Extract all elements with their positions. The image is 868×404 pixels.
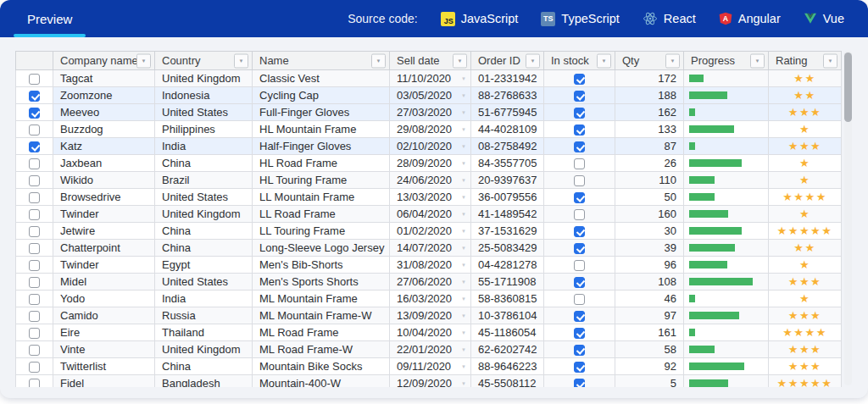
- cell-in-stock[interactable]: [544, 375, 615, 388]
- link-typescript[interactable]: TS TypeScript: [541, 12, 620, 26]
- cell-qty[interactable]: 161: [615, 324, 684, 341]
- cell-progress[interactable]: [684, 324, 769, 341]
- filter-icon[interactable]: ▼: [597, 53, 611, 68]
- cell-qty[interactable]: 26: [615, 155, 684, 172]
- column-header-qty[interactable]: Qty▼: [615, 52, 684, 70]
- cell-progress[interactable]: [684, 341, 769, 358]
- row-select-checkbox[interactable]: [29, 209, 40, 220]
- cell-company[interactable]: Chatterpoint: [53, 240, 155, 257]
- cell-progress[interactable]: [684, 274, 769, 291]
- date-dropdown-icon[interactable]: ▼: [461, 93, 466, 98]
- cell-country[interactable]: United Kingdom: [155, 341, 253, 358]
- filter-icon[interactable]: ▼: [234, 53, 248, 68]
- cell-rating[interactable]: ★★: [769, 240, 842, 257]
- cell-name[interactable]: ML Mountain Frame: [253, 291, 390, 307]
- cell-progress[interactable]: [684, 375, 769, 388]
- cell-sell-date[interactable]: 12/09/2020▼: [390, 375, 471, 388]
- column-header-country[interactable]: Country▼: [155, 52, 253, 70]
- filter-icon[interactable]: ▼: [136, 53, 151, 68]
- cell-order-id[interactable]: 08-2758492: [471, 138, 544, 155]
- cell-company[interactable]: Midel: [53, 274, 155, 291]
- cell-qty[interactable]: 97: [615, 307, 684, 324]
- date-dropdown-icon[interactable]: ▼: [461, 381, 466, 386]
- date-dropdown-icon[interactable]: ▼: [461, 76, 466, 81]
- date-dropdown-icon[interactable]: ▼: [461, 178, 466, 183]
- cell-name[interactable]: Mountain-400-W: [253, 375, 390, 388]
- in-stock-checkbox[interactable]: [574, 243, 585, 254]
- cell-sell-date[interactable]: 16/03/2020▼: [390, 291, 471, 307]
- cell-qty[interactable]: 133: [615, 121, 684, 138]
- cell-in-stock[interactable]: [544, 121, 615, 138]
- column-header-company[interactable]: Company name▼: [53, 52, 155, 70]
- cell-rating[interactable]: ★: [769, 121, 842, 138]
- date-dropdown-icon[interactable]: ▼: [461, 161, 466, 166]
- cell-in-stock[interactable]: [544, 172, 615, 189]
- row-select-cell[interactable]: [16, 223, 53, 240]
- cell-name[interactable]: ML Road Frame: [253, 324, 390, 341]
- filter-icon[interactable]: ▼: [371, 53, 386, 68]
- cell-qty[interactable]: 39: [615, 240, 684, 257]
- in-stock-checkbox[interactable]: [574, 260, 585, 271]
- cell-in-stock[interactable]: [544, 206, 615, 223]
- date-dropdown-icon[interactable]: ▼: [461, 212, 466, 217]
- row-select-cell[interactable]: [16, 206, 53, 223]
- date-dropdown-icon[interactable]: ▼: [461, 347, 466, 352]
- in-stock-checkbox[interactable]: [574, 74, 585, 85]
- cell-sell-date[interactable]: 13/09/2020▼: [390, 307, 471, 324]
- row-select-cell[interactable]: [16, 70, 53, 87]
- in-stock-checkbox[interactable]: [574, 192, 585, 203]
- row-select-cell[interactable]: [16, 375, 53, 388]
- date-dropdown-icon[interactable]: ▼: [461, 127, 466, 132]
- cell-order-id[interactable]: 84-3557705: [471, 155, 544, 172]
- row-select-checkbox[interactable]: [29, 243, 40, 254]
- cell-sell-date[interactable]: 22/01/2020▼: [390, 341, 471, 358]
- cell-qty[interactable]: 172: [615, 70, 684, 87]
- cell-sell-date[interactable]: 06/04/2020▼: [390, 206, 471, 223]
- cell-company[interactable]: Vinte: [53, 341, 155, 358]
- cell-in-stock[interactable]: [544, 341, 615, 358]
- cell-rating[interactable]: ★★★: [769, 307, 842, 324]
- cell-order-id[interactable]: 37-1531629: [471, 223, 544, 240]
- cell-order-id[interactable]: 51-6775945: [471, 104, 544, 121]
- cell-country[interactable]: United States: [155, 189, 253, 206]
- date-dropdown-icon[interactable]: ▼: [461, 246, 466, 251]
- filter-icon[interactable]: ▼: [453, 53, 467, 68]
- row-select-checkbox[interactable]: [29, 74, 40, 85]
- cell-order-id[interactable]: 58-8360815: [471, 291, 544, 307]
- cell-order-id[interactable]: 55-1711908: [471, 274, 544, 291]
- cell-country[interactable]: China: [155, 358, 253, 375]
- cell-company[interactable]: Eire: [53, 324, 155, 341]
- cell-name[interactable]: HL Mountain Frame: [253, 121, 390, 138]
- cell-in-stock[interactable]: [544, 324, 615, 341]
- cell-qty[interactable]: 160: [615, 206, 684, 223]
- tab-preview[interactable]: Preview: [14, 0, 86, 37]
- cell-qty[interactable]: 58: [615, 341, 684, 358]
- row-select-checkbox[interactable]: [29, 91, 40, 102]
- cell-in-stock[interactable]: [544, 223, 615, 240]
- row-select-cell[interactable]: [16, 257, 53, 274]
- cell-qty[interactable]: 188: [615, 87, 684, 104]
- row-select-checkbox[interactable]: [29, 108, 40, 119]
- column-header-rating[interactable]: Rating▼: [769, 52, 842, 70]
- row-select-checkbox[interactable]: [29, 125, 40, 136]
- row-select-cell[interactable]: [16, 274, 53, 291]
- date-dropdown-icon[interactable]: ▼: [461, 364, 466, 369]
- row-select-checkbox[interactable]: [29, 260, 40, 271]
- cell-company[interactable]: Buzzdog: [53, 121, 155, 138]
- row-select-cell[interactable]: [16, 358, 53, 375]
- cell-rating[interactable]: ★★★★★: [769, 375, 842, 388]
- cell-progress[interactable]: [684, 257, 769, 274]
- in-stock-checkbox[interactable]: [574, 379, 585, 387]
- cell-sell-date[interactable]: 28/09/2020▼: [390, 155, 471, 172]
- cell-rating[interactable]: ★★★: [769, 138, 842, 155]
- cell-country[interactable]: Indonesia: [155, 87, 253, 104]
- cell-sell-date[interactable]: 02/10/2020▼: [390, 138, 471, 155]
- cell-rating[interactable]: ★★★★: [769, 189, 842, 206]
- link-javascript[interactable]: JS JavaScript: [441, 12, 519, 26]
- cell-progress[interactable]: [684, 70, 769, 87]
- in-stock-checkbox[interactable]: [574, 91, 585, 102]
- in-stock-checkbox[interactable]: [574, 294, 585, 305]
- filter-icon[interactable]: ▼: [750, 53, 765, 68]
- cell-progress[interactable]: [684, 138, 769, 155]
- date-dropdown-icon[interactable]: ▼: [461, 229, 466, 234]
